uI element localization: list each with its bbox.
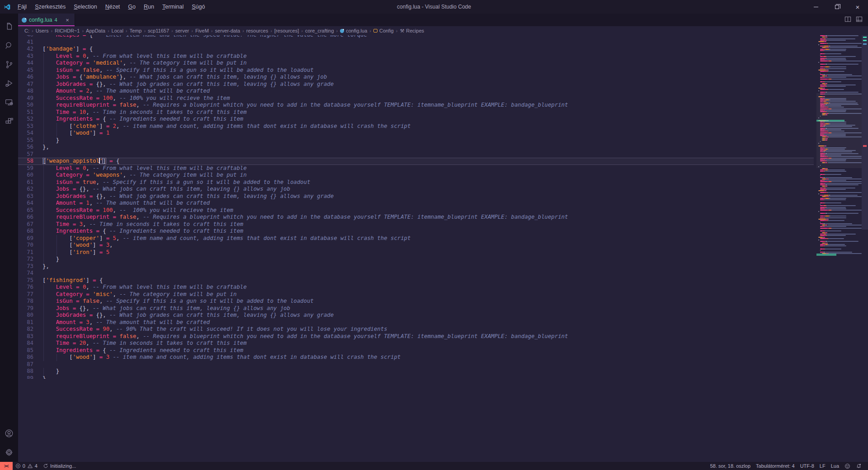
line-number: 40	[18, 35, 33, 39]
line-number: 63	[18, 193, 33, 200]
breadcrumb-separator: ›	[32, 28, 33, 33]
line-number: 53	[18, 123, 33, 130]
code-line: 42['bandage'] = {	[18, 46, 814, 53]
minimize-button[interactable]	[806, 0, 826, 14]
menu-szerkeszts[interactable]: Szerkesztés	[31, 0, 70, 14]
menu-selection[interactable]: Selection	[70, 0, 101, 14]
menu-sg[interactable]: Súgó	[188, 0, 209, 14]
line-number: 74	[18, 270, 33, 277]
menu-fjl[interactable]: Fájl	[14, 0, 31, 14]
indent-guide	[43, 312, 44, 319]
breadcrumb-separator: ›	[336, 28, 338, 33]
eol-setting[interactable]: LF	[817, 462, 828, 470]
line-number: 84	[18, 340, 33, 347]
sync-status[interactable]: Initializing...	[40, 462, 79, 470]
menu-nzet[interactable]: Nézet	[101, 0, 124, 14]
line-number: 64	[18, 200, 33, 207]
code-line: 70 ['wood'] = 3,	[18, 242, 814, 249]
menu-go[interactable]: Go	[124, 0, 140, 14]
breadcrumb-item[interactable]: server-data	[215, 28, 241, 33]
line-number: 43	[18, 53, 33, 60]
notifications-bell-icon[interactable]	[853, 462, 864, 470]
breadcrumb-item[interactable]: Config	[373, 28, 394, 33]
breadcrumb-separator: ›	[108, 28, 109, 33]
breadcrumb-item[interactable]: config.lua	[340, 28, 367, 33]
code-editor[interactable]: 40 Recipes = { -- Enter item name and th…	[18, 35, 868, 462]
breadcrumb-item[interactable]: [resources]	[274, 28, 299, 33]
line-number: 88	[18, 368, 33, 375]
vertical-scrollbar[interactable]	[862, 35, 868, 230]
code-line: 40 Recipes = { -- Enter item name and th…	[18, 35, 814, 39]
cursor-position[interactable]: 58. sor, 18. oszlop	[708, 462, 753, 470]
line-number: 42	[18, 46, 33, 53]
settings-gear-icon[interactable]	[0, 443, 18, 462]
breadcrumb-item[interactable]: Temp	[130, 28, 142, 33]
title-bar: FájlSzerkesztésSelectionNézetGoRunTermin…	[0, 0, 868, 14]
run-debug-icon[interactable]	[0, 74, 18, 93]
indent-guide	[43, 221, 44, 228]
code-line: 64 Amount = 1, -- The amount that will b…	[18, 200, 814, 207]
breadcrumb-item[interactable]: AppData	[86, 28, 105, 33]
tab-label: config.lua	[29, 17, 52, 23]
minimap-viewport[interactable]	[816, 93, 862, 168]
line-number: 41	[18, 39, 33, 46]
indent-guide	[43, 333, 44, 340]
indent-guide	[43, 109, 44, 116]
indent-guide	[43, 305, 44, 312]
symbol-wrench-icon: ⚒	[400, 28, 404, 33]
menu-terminal[interactable]: Terminal	[158, 0, 188, 14]
remote-indicator[interactable]: ><	[0, 462, 13, 470]
code-line: 69 ['copper'] = 5, -- item name and coun…	[18, 235, 814, 242]
breadcrumb-separator: ›	[301, 28, 303, 33]
indent-guide	[57, 235, 57, 242]
indent-guide	[43, 123, 44, 130]
breadcrumb-item[interactable]: server	[175, 28, 189, 33]
code-line: 84 Time = 20, -- Time in seconds it take…	[18, 340, 814, 347]
extensions-icon[interactable]	[0, 112, 18, 131]
breadcrumb-item[interactable]: ⚒Recipes	[400, 28, 424, 33]
tab-close-icon[interactable]: ×	[64, 16, 71, 24]
warning-icon	[27, 463, 33, 469]
line-number: 85	[18, 347, 33, 354]
language-mode[interactable]: Lua	[828, 462, 842, 470]
symbol-object-icon	[373, 29, 377, 33]
breadcrumb-item[interactable]: FiveM	[195, 28, 209, 33]
indentation-setting[interactable]: Tabulátorméret: 4	[753, 462, 797, 470]
indent-guide	[43, 81, 44, 88]
customize-layout-icon[interactable]	[856, 16, 863, 24]
breadcrumb-item[interactable]: C:	[24, 28, 29, 33]
encoding-setting[interactable]: UTF-8	[797, 462, 817, 470]
menu-run[interactable]: Run	[140, 0, 158, 14]
problems-indicator[interactable]: 0 4	[13, 462, 40, 470]
breadcrumb-item[interactable]: resources	[246, 28, 268, 33]
indent-guide	[43, 242, 44, 249]
breadcrumb-item[interactable]: Users	[36, 28, 49, 33]
line-number: 75	[18, 277, 33, 284]
breadcrumb-item[interactable]: scp11657	[148, 28, 169, 33]
breadcrumb-separator: ›	[82, 28, 84, 33]
indent-guide	[57, 130, 57, 137]
code-line: 54 ['wood'] = 1	[18, 130, 814, 137]
feedback-smiley-icon[interactable]	[842, 462, 853, 470]
tab-config-lua[interactable]: config.lua 4 ×	[18, 14, 75, 26]
code-line: 76 Level = 0, -- From what level this it…	[18, 284, 814, 291]
close-button[interactable]: ×	[847, 0, 868, 14]
code-line: 66 requireBlueprint = false, -- Requires…	[18, 214, 814, 221]
split-editor-icon[interactable]	[844, 16, 851, 24]
source-control-icon[interactable]	[0, 55, 18, 74]
code-line: 56},	[18, 144, 814, 151]
minimap[interactable]	[816, 35, 862, 462]
line-number: 52	[18, 116, 33, 123]
indent-guide	[43, 235, 44, 242]
breadcrumb-item[interactable]: core_crafting	[305, 28, 334, 33]
search-icon[interactable]	[0, 36, 18, 55]
sync-icon	[43, 463, 48, 469]
restore-button[interactable]	[826, 0, 847, 14]
explorer-icon[interactable]	[0, 17, 18, 36]
remote-explorer-icon[interactable]	[0, 93, 18, 112]
breadcrumb-item[interactable]: RICHDR~1	[55, 28, 80, 33]
code-line: 44 Category = 'medical', -- The category…	[18, 60, 814, 67]
line-number: 87	[18, 361, 33, 368]
account-icon[interactable]	[0, 424, 18, 443]
breadcrumb-item[interactable]: Local	[112, 28, 123, 33]
